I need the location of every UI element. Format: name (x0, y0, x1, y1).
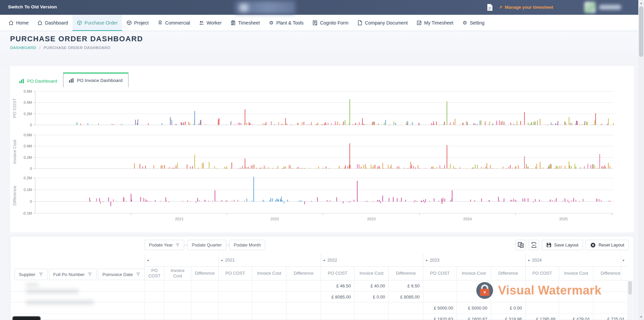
document-icon[interactable] (487, 4, 493, 11)
value-cell[interactable] (164, 303, 191, 314)
tab-po-dashboard[interactable]: PO Dashboard (13, 75, 63, 87)
value-cell[interactable]: £ 0.00 (491, 303, 525, 314)
nav-item-project[interactable]: Project (122, 15, 153, 31)
value-cell[interactable]: £ 1920.63 (423, 314, 457, 320)
nav-item-home[interactable]: Home (4, 15, 33, 31)
export-xlsx-button[interactable]: xlsx (529, 240, 539, 250)
nav-item-dashboard[interactable]: Dashboard (33, 15, 72, 31)
breadcrumb-dashboard-link[interactable]: DASHBOARD (10, 46, 36, 50)
value-cell[interactable] (388, 314, 423, 320)
field-poinvoice-date[interactable]: Poinvoice Date (98, 269, 145, 280)
table-row[interactable]: £ 1920.63£ 1600.67£ 319.96£ 1295.88£ 479… (10, 314, 628, 320)
user-avatar[interactable] (584, 2, 596, 13)
value-cell[interactable] (491, 291, 525, 303)
subcol-invoice-cost-4[interactable]: Invoice Cost (559, 267, 593, 280)
subcol-po-cost-0[interactable]: PO COST (145, 267, 164, 280)
nav-item-commercial[interactable]: £Commercial (153, 15, 195, 31)
value-cell[interactable] (191, 291, 218, 303)
value-cell[interactable]: £ 1600.67 (457, 314, 491, 320)
value-cell[interactable] (145, 303, 164, 314)
chip-podate-year[interactable]: Podate Year (145, 240, 184, 250)
subcol-po-cost-1[interactable]: PO COST (218, 267, 252, 280)
value-cell[interactable] (525, 280, 559, 291)
subcol-difference-2[interactable]: Difference (388, 267, 423, 280)
value-cell[interactable]: £ 479.04 (559, 314, 593, 320)
group-header-2023[interactable]: ▸2023 (423, 254, 525, 267)
value-cell[interactable] (559, 280, 593, 291)
table-row[interactable]: £ 5000.00£ 5000.00£ 0.00 (10, 303, 628, 314)
nav-item-setting[interactable]: ⚙Setting (458, 15, 489, 31)
subcol-invoice-cost-0[interactable]: Invoice Cost (164, 267, 191, 280)
value-cell[interactable]: £ 6.50 (388, 280, 423, 291)
value-cell[interactable] (164, 280, 191, 291)
value-cell[interactable] (191, 280, 218, 291)
table-row[interactable]: £ 8085.00£ 0.00£ 8085.00 (10, 291, 628, 303)
nav-item-company-document[interactable]: Company Document (353, 15, 412, 31)
group-header-2024[interactable]: ▸2024 (525, 254, 628, 267)
value-cell[interactable] (252, 291, 286, 303)
value-cell[interactable] (286, 314, 321, 320)
nav-item-my-timesheet[interactable]: My Timesheet (412, 15, 458, 31)
subcol-difference-0[interactable]: Difference (191, 267, 218, 280)
value-cell[interactable]: £ 1295.88 (525, 314, 559, 320)
value-cell[interactable]: £ 46.50 (321, 280, 354, 291)
subcol-invoice-cost-1[interactable]: Invoice Cost (252, 267, 286, 280)
field-supplier[interactable]: Supplier (14, 269, 48, 280)
value-cell[interactable] (252, 280, 286, 291)
scroll-up-arrow[interactable]: ▲ (638, 1, 644, 5)
value-cell[interactable]: £ 5000.00 (457, 303, 491, 314)
subcol-invoice-cost-2[interactable]: Invoice Cost (354, 267, 388, 280)
value-cell[interactable]: £ 319.96 (491, 314, 525, 320)
value-cell[interactable]: £ 40.00 (354, 280, 388, 291)
value-cell[interactable]: £ 8085.00 (321, 291, 354, 303)
value-cell[interactable] (354, 303, 388, 314)
value-cell[interactable] (457, 280, 491, 291)
chip-podate-month[interactable]: Podate Month (229, 240, 265, 250)
value-cell[interactable] (354, 314, 388, 320)
value-cell[interactable] (252, 314, 286, 320)
expand-arrow-icon[interactable]: ▸ (221, 258, 223, 262)
value-cell[interactable] (164, 314, 191, 320)
tab-po-invoice-dashboard[interactable]: PO Invoice Dashboard (63, 73, 128, 87)
subcol-po-cost-4[interactable]: PO COST (525, 267, 559, 280)
value-cell[interactable] (388, 303, 423, 314)
value-cell[interactable] (321, 303, 354, 314)
page-scrollbar[interactable]: ▲ ▼ (638, 0, 644, 320)
value-cell[interactable] (559, 291, 593, 303)
subcol-difference-1[interactable]: Difference (286, 267, 321, 280)
subcol-difference-3[interactable]: Difference (491, 267, 525, 280)
value-cell[interactable]: £ 5000.00 (423, 303, 457, 314)
value-cell[interactable] (145, 314, 164, 320)
value-cell[interactable] (164, 291, 191, 303)
field-full-po-number[interactable]: Full Po Number (49, 269, 97, 280)
value-cell[interactable] (593, 280, 628, 291)
value-cell[interactable] (286, 291, 321, 303)
group-header-2022[interactable]: ▸2022 (321, 254, 423, 267)
expand-arrow-icon[interactable]: ▸ (148, 258, 149, 262)
subcol-po-cost-3[interactable]: PO COST (423, 267, 457, 280)
next-group-stub[interactable]: ▸ (621, 254, 628, 280)
chip-podate-quarter[interactable]: Podate Quarter (187, 240, 226, 250)
value-cell[interactable] (191, 303, 218, 314)
value-cell[interactable]: £ 725.04 (593, 314, 628, 320)
value-cell[interactable] (525, 303, 559, 314)
column-chooser-button[interactable] (516, 240, 526, 250)
value-cell[interactable] (593, 291, 628, 303)
manage-timesheet-link[interactable]: ↗ Manage your timesheet (499, 5, 553, 10)
switch-to-old-version-link[interactable]: Switch To Old Version (8, 4, 57, 9)
group-header-2021[interactable]: ▸2021 (218, 254, 321, 267)
value-cell[interactable] (145, 291, 164, 303)
nav-item-purchase-order[interactable]: Purchase Order (72, 15, 122, 31)
expand-arrow-icon[interactable]: ▸ (528, 258, 530, 262)
value-cell[interactable] (457, 291, 491, 303)
value-cell[interactable] (593, 303, 628, 314)
value-cell[interactable] (218, 291, 252, 303)
value-cell[interactable] (145, 280, 164, 291)
value-cell[interactable] (252, 303, 286, 314)
table-row[interactable]: £ 46.50£ 40.00£ 6.50 (10, 280, 628, 291)
nav-item-plant-tools[interactable]: ⚙Plant & Tools (264, 15, 308, 31)
grid-vertical-scrollbar[interactable] (627, 280, 633, 320)
nav-item-cognito-form[interactable]: Cognito Form (308, 15, 353, 31)
value-cell[interactable] (423, 291, 457, 303)
value-cell[interactable] (218, 280, 252, 291)
